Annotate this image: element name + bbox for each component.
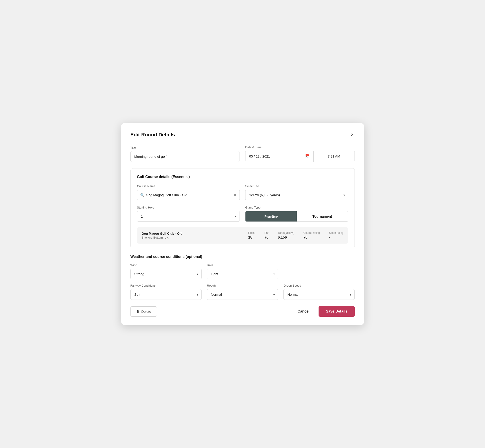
holes-stat: Holes 18 xyxy=(248,231,255,240)
rain-group: Rain None Light Moderate Heavy ▾ xyxy=(207,263,278,279)
date-value: 05 / 12 / 2021 xyxy=(249,154,303,158)
select-tee-wrap: Yellow (6,156 yards) ▾ xyxy=(245,190,348,200)
golf-section-title: Golf Course details (Essential) xyxy=(137,175,348,179)
yards-value: 6,156 xyxy=(278,235,287,240)
footer-actions: 🗑 Delete Cancel Save Details xyxy=(130,306,355,317)
par-label: Par xyxy=(264,231,269,234)
fairway-label: Fairway Conditions xyxy=(130,284,202,287)
wind-group: Wind Calm Light Moderate Strong Very Str… xyxy=(130,263,202,279)
select-tee-dropdown[interactable]: Yellow (6,156 yards) xyxy=(245,190,348,200)
yards-label: Yards(Yellow) xyxy=(278,231,294,234)
top-fields: Title Date & Time 05 / 12 / 2021 📅 7:31 … xyxy=(130,145,355,162)
time-input-box[interactable]: 7:31 AM xyxy=(314,151,355,162)
save-button[interactable]: Save Details xyxy=(319,306,355,317)
modal-title: Edit Round Details xyxy=(130,132,175,138)
starting-hole-group: Starting Hole 1234 5678 910 ▾ xyxy=(137,206,240,222)
wind-select-wrap: Calm Light Moderate Strong Very Strong ▾ xyxy=(130,269,202,279)
game-type-group: Game Type Practice Tournament xyxy=(245,206,348,222)
fairway-select-wrap: Firm Normal Soft ▾ xyxy=(130,289,202,300)
course-name: Gog Magog Golf Club - Old, xyxy=(142,232,239,235)
weather-title: Weather and course conditions (optional) xyxy=(130,255,355,259)
course-search-wrap: 🔍 ✕ xyxy=(137,190,240,200)
modal-header: Edit Round Details × xyxy=(130,131,355,138)
rough-dropdown[interactable]: Short Normal Long xyxy=(207,289,278,300)
select-tee-group: Select Tee Yellow (6,156 yards) ▾ xyxy=(245,184,348,200)
wind-dropdown[interactable]: Calm Light Moderate Strong Very Strong xyxy=(130,269,202,279)
starting-hole-wrap: 1234 5678 910 ▾ xyxy=(137,211,240,222)
holes-value: 18 xyxy=(248,235,252,240)
course-location: Shelford Bottom, UK xyxy=(142,236,239,239)
trash-icon: 🗑 xyxy=(136,310,140,313)
par-value: 70 xyxy=(264,235,268,240)
rough-label: Rough xyxy=(207,284,278,287)
fairway-group: Fairway Conditions Firm Normal Soft ▾ xyxy=(130,284,202,300)
course-name-group: Course Name 🔍 ✕ xyxy=(137,184,240,200)
delete-label: Delete xyxy=(141,310,151,313)
holes-label: Holes xyxy=(248,231,255,234)
starting-hole-dropdown[interactable]: 1234 5678 910 xyxy=(137,211,240,222)
clear-icon[interactable]: ✕ xyxy=(234,193,237,197)
course-name-label: Course Name xyxy=(137,184,240,188)
course-tee-row: Course Name 🔍 ✕ Select Tee Yellow (6,156… xyxy=(137,184,348,200)
par-stat: Par 70 xyxy=(264,231,269,240)
green-speed-label: Green Speed xyxy=(283,284,355,287)
edit-round-modal: Edit Round Details × Title Date & Time 0… xyxy=(121,123,364,325)
rough-group: Rough Short Normal Long ▾ xyxy=(207,284,278,300)
title-input[interactable] xyxy=(130,151,240,162)
date-input-box[interactable]: 05 / 12 / 2021 📅 xyxy=(245,151,314,162)
hole-gametype-row: Starting Hole 1234 5678 910 ▾ Game Type … xyxy=(137,206,348,222)
course-info-bar: Gog Magog Golf Club - Old, Shelford Bott… xyxy=(137,227,348,244)
datetime-field-group: Date & Time 05 / 12 / 2021 📅 7:31 AM xyxy=(245,145,355,162)
course-name-input[interactable] xyxy=(137,190,240,200)
datetime-label: Date & Time xyxy=(245,145,355,149)
starting-hole-label: Starting Hole xyxy=(137,206,240,209)
rough-select-wrap: Short Normal Long ▾ xyxy=(207,289,278,300)
green-speed-select-wrap: Slow Normal Fast Very Fast ▾ xyxy=(283,289,355,300)
title-field-group: Title xyxy=(130,146,240,162)
close-button[interactable]: × xyxy=(350,131,355,138)
rain-select-wrap: None Light Moderate Heavy ▾ xyxy=(207,269,278,279)
weather-section: Weather and course conditions (optional)… xyxy=(130,255,355,300)
delete-button[interactable]: 🗑 Delete xyxy=(130,306,157,317)
fairway-dropdown[interactable]: Firm Normal Soft xyxy=(130,289,202,300)
yards-stat: Yards(Yellow) 6,156 xyxy=(278,231,294,240)
game-type-toggle: Practice Tournament xyxy=(245,211,348,222)
rain-label: Rain xyxy=(207,263,278,267)
course-rating-stat: Course rating 70 xyxy=(303,231,320,240)
slope-rating-value: - xyxy=(329,235,330,240)
tournament-toggle-button[interactable]: Tournament xyxy=(297,211,348,222)
calendar-icon: 📅 xyxy=(305,154,310,159)
footer-right: Cancel Save Details xyxy=(294,306,355,317)
wind-label: Wind xyxy=(130,263,202,267)
slope-rating-stat: Slope rating - xyxy=(329,231,343,240)
datetime-inputs: 05 / 12 / 2021 📅 7:31 AM xyxy=(245,151,355,162)
course-rating-label: Course rating xyxy=(303,231,320,234)
fairway-rough-green-row: Fairway Conditions Firm Normal Soft ▾ Ro… xyxy=(130,284,355,300)
green-speed-dropdown[interactable]: Slow Normal Fast Very Fast xyxy=(283,289,355,300)
course-rating-value: 70 xyxy=(303,235,307,240)
green-speed-group: Green Speed Slow Normal Fast Very Fast ▾ xyxy=(283,284,355,300)
search-icon: 🔍 xyxy=(140,193,145,197)
wind-rain-row: Wind Calm Light Moderate Strong Very Str… xyxy=(130,263,355,279)
time-value: 7:31 AM xyxy=(328,154,340,158)
title-label: Title xyxy=(130,146,240,149)
practice-toggle-button[interactable]: Practice xyxy=(245,211,297,222)
cancel-button[interactable]: Cancel xyxy=(294,306,313,316)
rain-dropdown[interactable]: None Light Moderate Heavy xyxy=(207,269,278,279)
golf-course-section: Golf Course details (Essential) Course N… xyxy=(130,168,355,248)
course-name-location: Gog Magog Golf Club - Old, Shelford Bott… xyxy=(142,232,239,239)
select-tee-label: Select Tee xyxy=(245,184,348,188)
slope-rating-label: Slope rating xyxy=(329,231,343,234)
game-type-label: Game Type xyxy=(245,206,348,209)
